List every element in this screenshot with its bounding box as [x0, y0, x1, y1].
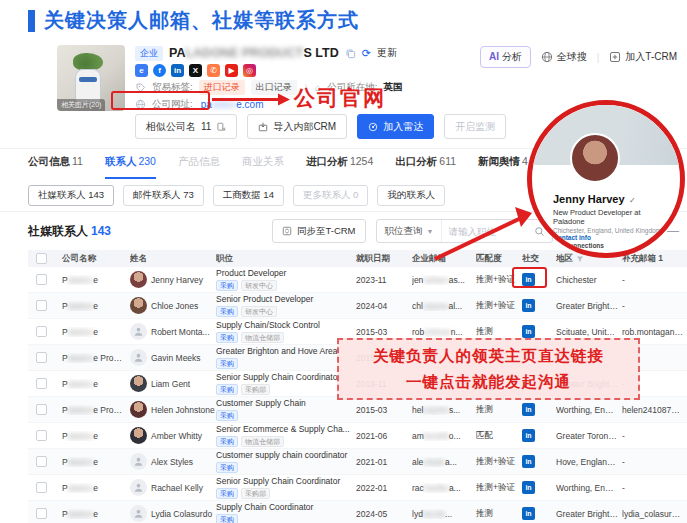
checkbox-cell	[28, 352, 62, 363]
linkedin-icon[interactable]: in	[522, 403, 535, 416]
linkedin-icon[interactable]: in	[522, 299, 535, 312]
subtab-社媒联系人[interactable]: 社媒联系人 143	[28, 185, 114, 206]
job-search-input[interactable]	[442, 226, 534, 237]
copy-icon[interactable]	[345, 48, 356, 59]
job-query-dropdown[interactable]: 职位查询▼	[377, 220, 443, 242]
import-crm-button[interactable]: 导入内部CRM	[247, 114, 347, 139]
tab-新闻舆情[interactable]: 新闻舆情4	[478, 155, 528, 179]
join-tcrm-button[interactable]: 加入T-CRM	[609, 50, 677, 64]
row-checkbox[interactable]	[36, 482, 47, 493]
avatar	[130, 349, 147, 366]
start-date-cell: 2024-04	[356, 301, 412, 311]
select-all-checkbox[interactable]	[36, 253, 47, 264]
badge-采购: 采购	[216, 384, 238, 395]
title-accent-bar	[28, 10, 35, 32]
row-checkbox[interactable]	[36, 508, 47, 519]
table-row: PaladoneAmber WhittySenior Ecommerce & S…	[28, 423, 687, 449]
column-header: 就职日期	[356, 253, 412, 265]
table-row: PaladoneChloe JonesSenior Product Develo…	[28, 293, 687, 319]
start-date-cell: 2022-01	[356, 483, 412, 493]
start-date-cell: 2015-03	[356, 405, 412, 415]
r2d2-shape	[75, 69, 101, 103]
position-cell: Supply Chain Coordinator采购	[216, 502, 356, 523]
company-cell: Paladone	[62, 327, 130, 337]
global-search-label: 全球搜	[557, 50, 587, 64]
linkedin-icon[interactable]: in	[171, 64, 184, 77]
row-checkbox[interactable]	[36, 430, 47, 441]
badge-采购: 采购	[216, 306, 238, 317]
extra-email-cell: lydia_colasurdo@...	[622, 509, 687, 519]
phone-icon[interactable]: ✆	[207, 64, 220, 77]
position-cell: Greater Brighton and Hove Area采购	[216, 346, 356, 369]
email-cell: helenjohns...	[412, 405, 476, 415]
subtab-工商数据[interactable]: 工商数据 14	[213, 185, 284, 206]
website-icon[interactable]: e	[135, 64, 148, 77]
section-heading: 社媒联系人143	[28, 223, 111, 240]
similar-companies-button[interactable]: 相似公司名11	[135, 114, 237, 139]
company-cell: Paladone Produc...	[62, 405, 130, 415]
global-search-button[interactable]: 全球搜	[541, 50, 587, 64]
avatar	[130, 297, 147, 314]
start-monitor-button[interactable]: 开启监测	[444, 114, 506, 139]
linkedin-icon[interactable]: in	[522, 481, 535, 494]
tab-公司信息[interactable]: 公司信息11	[28, 155, 83, 179]
contact-name-cell: Gavin Meeks	[130, 349, 216, 366]
position-cell: Customer supply chain coordinator采购	[216, 450, 356, 473]
subtab-更多联系人[interactable]: 更多联系人 0	[293, 185, 368, 206]
position-badges: 采购物流仓储部	[216, 332, 352, 343]
match-cell: 匹配	[476, 430, 522, 442]
row-checkbox[interactable]	[36, 456, 47, 467]
email-cell: rachaelkea...	[412, 483, 476, 493]
column-label: 公司名称	[62, 253, 96, 265]
website-callout-text: 公司官网	[294, 84, 386, 112]
tab-出口分析[interactable]: 出口分析611	[395, 155, 456, 179]
subtab-我的联系人[interactable]: 我的联系人	[377, 185, 445, 206]
email-cell: lydiacola...	[412, 509, 476, 519]
x-icon[interactable]: X	[189, 64, 202, 77]
tab-产品信息[interactable]: 产品信息	[178, 155, 220, 179]
linkedin-icon[interactable]: in	[522, 325, 535, 338]
tab-进口分析[interactable]: 进口分析1254	[306, 155, 373, 179]
add-radar-button[interactable]: 加入雷达	[357, 114, 434, 139]
row-checkbox[interactable]	[36, 326, 47, 337]
row-checkbox[interactable]	[36, 300, 47, 311]
person-icon	[133, 352, 144, 363]
column-header: 企业邮箱	[412, 253, 476, 265]
region-cell: Greater Toronto Area	[556, 431, 622, 441]
subtab-邮件联系人[interactable]: 邮件联系人 73	[123, 185, 204, 206]
instagram-icon[interactable]: ◎	[243, 64, 256, 77]
row-checkbox[interactable]	[36, 378, 47, 389]
start-date-cell: 2015-03	[356, 327, 412, 337]
avatar	[130, 271, 147, 288]
sync-tcrm-button[interactable]: 同步至T-CRM	[272, 219, 366, 243]
checkbox-cell	[28, 300, 62, 311]
linkedin-icon[interactable]: in	[522, 507, 535, 520]
position-cell: Supply Chain/Stock Control采购物流仓储部	[216, 320, 356, 343]
social-cell: in	[522, 299, 556, 312]
tab-label: 出口分析	[395, 155, 437, 167]
contact-info-link[interactable]: Contact info	[553, 234, 591, 241]
chevron-down-icon: ▼	[427, 228, 434, 235]
tab-商业关系[interactable]: 商业关系	[242, 155, 284, 179]
column-header: 公司名称	[62, 253, 130, 265]
row-checkbox[interactable]	[36, 274, 47, 285]
start-date-cell: 2023-11	[356, 275, 412, 285]
tab-联系人[interactable]: 联系人230	[105, 155, 156, 179]
export-records-tag[interactable]: 出口记录	[251, 80, 297, 95]
badge-采购: 采购	[216, 488, 238, 499]
update-label[interactable]: 更新	[377, 46, 397, 60]
refresh-icon[interactable]: ⟳	[362, 47, 371, 60]
linkedin-icon[interactable]: in	[522, 455, 535, 468]
facebook-icon[interactable]: f	[153, 64, 166, 77]
extra-email-cell: -	[622, 457, 687, 467]
badge-物流仓储部: 物流仓储部	[241, 436, 284, 447]
linkedin-icon[interactable]: in	[522, 429, 535, 442]
tab-count: 11	[72, 155, 83, 167]
contact-name: Jenny Harvey	[151, 275, 203, 285]
filter-icon[interactable]	[576, 255, 584, 263]
row-checkbox[interactable]	[36, 404, 47, 415]
youtube-icon[interactable]: ▶	[225, 64, 238, 77]
row-checkbox[interactable]	[36, 352, 47, 363]
checkbox-cell	[28, 482, 62, 493]
position-title: Senior Product Developer	[216, 294, 352, 305]
